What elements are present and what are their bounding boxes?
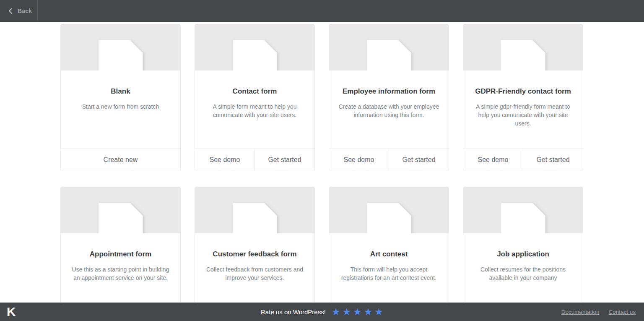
- card-title: Appointment form: [68, 250, 173, 258]
- get-started-button[interactable]: Get started: [389, 149, 449, 171]
- top-bar: Back: [0, 0, 644, 22]
- card-description: Start a new form from scratch: [68, 102, 173, 111]
- back-button[interactable]: Back: [0, 0, 38, 21]
- card-title: Job application: [471, 250, 575, 258]
- see-demo-button[interactable]: See demo: [329, 149, 389, 171]
- card-title: Blank: [68, 87, 173, 96]
- card-title: Customer feedback form: [203, 250, 307, 258]
- card-body: Employee information form Create a datab…: [329, 70, 449, 149]
- template-card: Job application Collect resumes for the …: [463, 187, 583, 321]
- contact-us-link[interactable]: Contact us: [608, 309, 636, 315]
- rate-us-group: Rate us on WordPress! ★★★★★: [261, 307, 383, 317]
- create-new-button[interactable]: Create new: [61, 149, 180, 171]
- template-card: GDPR-Friendly contact form A simple gdpr…: [463, 24, 583, 171]
- card-body: Appointment form Use this as a starting …: [61, 233, 180, 311]
- paper-sheet-icon: [99, 40, 143, 70]
- template-thumbnail: [195, 24, 314, 70]
- card-actions: See demoGet started: [195, 149, 314, 171]
- star-icon[interactable]: ★: [353, 307, 362, 317]
- template-grid: Blank Start a new form from scratch Crea…: [60, 24, 644, 321]
- card-description: Collect feedback from customers and impr…: [203, 265, 307, 282]
- paper-sheet-icon: [367, 203, 411, 233]
- template-thumbnail: [61, 24, 180, 70]
- template-card: Blank Start a new form from scratch Crea…: [60, 24, 181, 171]
- paper-sheet-icon: [233, 203, 277, 233]
- back-button-label: Back: [18, 8, 32, 14]
- rate-us-label: Rate us on WordPress!: [261, 308, 326, 316]
- template-card: Customer feedback form Collect feedback …: [195, 187, 315, 321]
- bottom-bar: K Rate us on WordPress! ★★★★★ Documentat…: [0, 303, 644, 321]
- star-icon[interactable]: ★: [364, 307, 373, 317]
- card-body: GDPR-Friendly contact form A simple gdpr…: [463, 70, 583, 149]
- get-started-button[interactable]: Get started: [254, 149, 314, 171]
- paper-sheet-icon: [501, 40, 545, 70]
- card-description: This form will help you accept registrat…: [337, 265, 441, 282]
- template-thumbnail: [463, 24, 583, 70]
- star-icon[interactable]: ★: [342, 307, 351, 317]
- card-body: Contact form A simple form meant to help…: [195, 70, 314, 149]
- card-description: Collect resumes for the positions availa…: [471, 265, 575, 282]
- card-description: Use this as a starting point in building…: [68, 265, 173, 282]
- card-body: Blank Start a new form from scratch: [61, 70, 180, 149]
- card-description: A simple form meant to help you comunica…: [203, 102, 307, 119]
- card-description: Create a database with your employee inf…: [337, 102, 441, 119]
- star-icon[interactable]: ★: [374, 307, 383, 317]
- card-title: GDPR-Friendly contact form: [471, 87, 575, 96]
- card-body: Customer feedback form Collect feedback …: [195, 233, 314, 311]
- rating-stars: ★★★★★: [332, 307, 383, 317]
- card-title: Art contest: [337, 250, 441, 258]
- documentation-link[interactable]: Documentation: [561, 309, 600, 315]
- card-actions: See demoGet started: [463, 149, 583, 171]
- paper-sheet-icon: [501, 203, 545, 233]
- paper-sheet-icon: [367, 40, 411, 70]
- template-card: Art contest This form will help you acce…: [329, 187, 449, 321]
- template-thumbnail: [329, 24, 449, 70]
- card-title: Employee information form: [337, 87, 441, 96]
- star-icon[interactable]: ★: [332, 307, 340, 317]
- see-demo-button[interactable]: See demo: [195, 149, 254, 171]
- card-description: A simple gdpr-friendly form meant to hel…: [471, 102, 575, 128]
- template-card: Contact form A simple form meant to help…: [195, 24, 315, 171]
- template-thumbnail: [329, 187, 449, 233]
- card-actions: Create new: [61, 149, 180, 171]
- paper-sheet-icon: [99, 203, 143, 233]
- card-actions: See demoGet started: [329, 149, 449, 171]
- paper-sheet-icon: [233, 40, 277, 70]
- template-thumbnail: [195, 187, 314, 233]
- template-card: Employee information form Create a datab…: [329, 24, 449, 171]
- brand-logo: K: [7, 305, 16, 318]
- card-body: Job application Collect resumes for the …: [463, 233, 583, 311]
- template-thumbnail: [61, 187, 180, 233]
- card-title: Contact form: [203, 87, 307, 96]
- get-started-button[interactable]: Get started: [523, 149, 583, 171]
- card-body: Art contest This form will help you acce…: [329, 233, 449, 311]
- template-thumbnail: [463, 187, 583, 233]
- template-card: Appointment form Use this as a starting …: [60, 187, 181, 321]
- see-demo-button[interactable]: See demo: [463, 149, 523, 171]
- footer-links: DocumentationContact us: [561, 309, 636, 315]
- chevron-left-icon: [8, 8, 13, 14]
